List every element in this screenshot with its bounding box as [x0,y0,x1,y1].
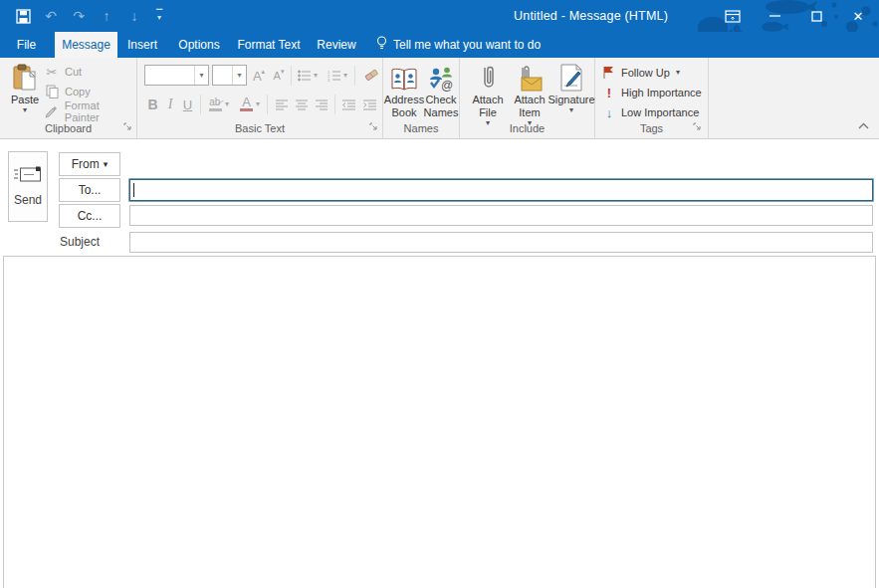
paste-button[interactable]: Paste ▾ [6,62,44,114]
high-importance-icon: ! [603,86,615,100]
send-label: Send [14,193,42,207]
tags-dialog-launcher-icon[interactable] [693,117,702,135]
close-button[interactable]: ✕ [837,0,879,32]
tab-review[interactable]: Review [311,32,362,58]
collapse-ribbon-icon[interactable] [858,115,869,133]
message-body-editor[interactable] [3,256,876,588]
low-importance-label: Low Importance [621,106,699,118]
send-envelope-icon [14,166,42,186]
align-right-button[interactable] [313,94,330,115]
clear-formatting-button[interactable] [360,65,382,87]
tab-file[interactable]: File [8,32,45,58]
clipboard-dialog-launcher-icon[interactable] [123,117,132,135]
group-tags: Follow Up ▾ ! High Importance ↓ Low Impo… [595,58,709,138]
cc-button[interactable]: Cc... [59,204,120,228]
flag-icon [603,66,615,81]
from-label: From [72,157,100,171]
include-group-label: Include [460,122,594,137]
window-controls: ✕ [712,0,879,32]
title-bar: ↶ ↷ ↑ ↓ ▔▾ Untitled - Message (HTML) ✕ [0,0,879,32]
previous-item-icon[interactable]: ↑ [98,7,115,25]
text-highlight-button[interactable]: ab⁄ ▾ [205,94,233,115]
subject-input[interactable] [129,232,873,253]
high-importance-button[interactable]: ! High Importance [603,84,702,101]
outlook-message-window: ↶ ↷ ↑ ↓ ▔▾ Untitled - Message (HTML) ✕ F… [0,0,879,588]
attach-item-button[interactable]: Attach Item ▾ [510,62,549,127]
ribbon-display-options-icon[interactable] [712,0,754,32]
tab-insert[interactable]: Insert [120,32,164,58]
redo-icon[interactable]: ↷ [70,7,88,25]
tell-me-box[interactable]: Tell me what you want to do [376,32,541,58]
to-input[interactable] [129,179,873,201]
svg-text:@: @ [441,79,453,92]
low-importance-button[interactable]: ↓ Low Importance [603,103,699,121]
grow-font-button[interactable]: A▴ [250,65,268,87]
numbering-button[interactable]: 123 ▾ [325,65,350,87]
text-cursor [133,183,134,197]
cc-label: Cc... [78,209,103,223]
send-button[interactable]: Send [8,151,48,222]
address-book-label: Address Book [384,94,424,119]
decrease-indent-button[interactable] [339,94,358,115]
font-color-button[interactable]: A ▾ [237,94,263,115]
copy-button[interactable]: Copy [44,83,91,100]
highlight-caret-icon: ▾ [225,100,229,108]
address-book-button[interactable]: Address Book [385,62,423,119]
low-importance-icon: ↓ [603,105,615,120]
minimize-button[interactable] [754,0,795,32]
from-button[interactable]: From ▾ [59,152,120,176]
attach-file-button[interactable]: Attach File ▾ [468,62,508,127]
clipboard-group-label: Clipboard [0,122,136,137]
numbering-caret-icon: ▾ [343,72,347,80]
bullets-caret-icon: ▾ [314,72,318,80]
paintbrush-icon [44,105,60,118]
font-size-combo[interactable]: ▾ [212,65,247,86]
next-item-icon[interactable]: ↓ [125,7,143,25]
window-title: Untitled - Message (HTML) [514,0,668,32]
paste-clipboard-icon [12,62,38,92]
group-include: Attach File ▾ Attach Item ▾ Signature ▾ … [460,58,595,138]
svg-text:3: 3 [328,78,330,83]
group-basic-text: ▾ ▾ A▴ A▾ ▾ 123 ▾ [137,58,383,138]
font-name-combo[interactable]: ▾ [144,65,209,86]
save-icon[interactable] [14,7,32,25]
ribbon-tab-row: File Message Insert Options Format Text … [0,32,879,58]
signature-caret-icon: ▾ [569,106,573,114]
italic-button[interactable]: I [164,94,176,115]
copy-label: Copy [65,86,91,98]
from-caret-icon: ▾ [104,160,109,168]
subject-label: Subject [60,235,100,249]
undo-icon[interactable]: ↶ [42,7,60,25]
align-left-button[interactable] [273,94,291,115]
cc-input[interactable] [129,205,873,226]
eraser-icon [364,67,379,85]
align-center-button[interactable] [293,94,311,115]
bullets-button[interactable]: ▾ [295,65,321,87]
shrink-font-button[interactable]: A▾ [270,65,288,87]
check-names-button[interactable]: @ Check Names [424,62,458,119]
check-names-icon: @ [428,62,454,92]
underline-button[interactable]: U [180,94,195,115]
follow-up-label: Follow Up [621,67,670,79]
tab-message[interactable]: Message [55,32,117,58]
font-color-icon: A [240,98,253,111]
increase-indent-button[interactable] [360,94,379,115]
follow-up-button[interactable]: Follow Up ▾ [603,64,680,82]
copy-icon [44,85,60,98]
tab-options[interactable]: Options [171,32,227,58]
basic-text-dialog-launcher-icon[interactable] [369,117,378,135]
customize-qat-icon[interactable]: ▔▾ [153,12,165,20]
bold-button[interactable]: B [145,94,160,115]
quick-access-toolbar: ↶ ↷ ↑ ↓ ▔▾ [14,0,165,32]
tell-me-label: Tell me what you want to do [393,38,541,52]
signature-button[interactable]: Signature ▾ [551,62,591,114]
paste-caret-icon: ▾ [23,106,27,114]
attach-file-label: Attach File [468,94,508,119]
to-button[interactable]: To... [59,178,120,202]
attach-item-icon [515,62,545,92]
scissors-icon: ✂ [44,65,60,80]
paperclip-icon [481,62,495,92]
cut-button[interactable]: ✂ Cut [44,63,82,81]
maximize-button[interactable] [795,0,837,32]
tab-format-text[interactable]: Format Text [233,32,305,58]
